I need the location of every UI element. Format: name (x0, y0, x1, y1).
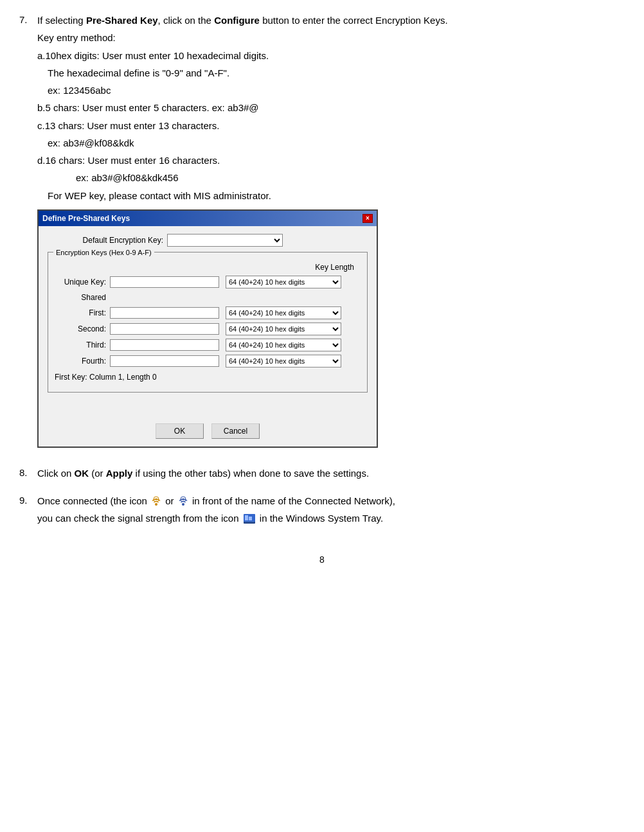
step-7: 7. If selecting Pre-Shared Key, click on… (19, 13, 623, 457)
page-number: 8 (19, 554, 625, 565)
fourth-key-row: Fourth: 64 (40+24) 10 hex digits (55, 355, 361, 367)
svg-rect-9 (249, 517, 252, 520)
unique-key-row: Unique Key: 64 (40+24) 10 hex digits (55, 276, 361, 288)
second-key-input[interactable] (110, 323, 219, 335)
second-key-length-select[interactable]: 64 (40+24) 10 hex digits (226, 323, 341, 335)
second-key-label: Second: (55, 323, 106, 335)
enc-keys-groupbox: Encryption Keys (Hex 0-9 A-F) Key Length… (48, 252, 368, 393)
default-enc-key-label: Default Encryption Key: (48, 235, 163, 246)
svg-point-3 (182, 503, 184, 506)
dialog-body: Default Encryption Key: Encryption Keys … (39, 226, 377, 447)
svg-rect-7 (244, 522, 255, 524)
wifi-yellow-icon (150, 496, 162, 508)
step-8: 8. Click on OK (or Apply if using the ot… (19, 466, 623, 483)
default-enc-key-row: Default Encryption Key: (48, 234, 368, 247)
first-key-row: First: 64 (40+24) 10 hex digits (55, 306, 361, 319)
default-enc-key-select[interactable] (167, 234, 283, 247)
step-7-intro: If selecting Pre-Shared Key, click on th… (37, 13, 623, 28)
step-7-hex-def: The hexadecimal define is "0-9" and "A-F… (48, 66, 623, 80)
step-8-content: Click on OK (or Apply if using the other… (37, 466, 623, 483)
step-8-number: 8. (19, 466, 37, 483)
shared-label: Shared (55, 292, 106, 303)
step-9: 9. Once connected (the icon or (19, 493, 623, 529)
first-key-length-select[interactable]: 64 (40+24) 10 hex digits (226, 306, 341, 319)
content-area: 7. If selecting Pre-Shared Key, click on… (19, 13, 623, 529)
step-7-a: a.10hex digits: User must enter 10 hexad… (37, 48, 623, 63)
step-7-wep: For WEP key, please contact with MIS adm… (48, 188, 623, 203)
step-7-d: d.16 chars: User must enter 16 character… (37, 153, 623, 168)
step-9-number: 9. (19, 493, 37, 529)
third-key-length-select[interactable]: 64 (40+24) 10 hex digits (226, 339, 341, 351)
third-key-input[interactable] (110, 339, 219, 351)
dialog-status-row: First Key: Column 1, Length 0 (55, 371, 361, 383)
dialog-button-row: OK Cancel (48, 423, 368, 439)
fourth-key-label: Fourth: (55, 355, 106, 367)
step-7-bold2: Configure (214, 15, 260, 26)
step-7-content: If selecting Pre-Shared Key, click on th… (37, 13, 623, 457)
dialog-spacer (48, 399, 368, 418)
unique-key-input[interactable] (110, 276, 219, 288)
unique-key-label: Unique Key: (55, 276, 106, 288)
dialog-titlebar: Define Pre-Shared Keys × (39, 211, 377, 226)
third-key-row: Third: 64 (40+24) 10 hex digits (55, 339, 361, 351)
key-length-header-label: Key Length (315, 261, 354, 273)
svg-point-1 (156, 499, 157, 500)
svg-point-4 (182, 499, 184, 500)
svg-rect-8 (245, 515, 248, 520)
first-key-label: First: (55, 307, 106, 319)
step-8-ok: OK (75, 468, 89, 479)
dialog-title: Define Pre-Shared Keys (42, 213, 130, 224)
dialog-box: Define Pre-Shared Keys × Default Encrypt… (37, 209, 378, 448)
dialog-close-button[interactable]: × (362, 214, 373, 223)
step-9-line2: you can check the signal strength from t… (37, 511, 623, 526)
dialog-ok-button[interactable]: OK (156, 423, 204, 439)
wifi-blue-icon (177, 496, 189, 508)
step-7-number: 7. (19, 13, 37, 457)
fourth-key-length-select[interactable]: 64 (40+24) 10 hex digits (226, 355, 341, 367)
dialog-wrapper: Define Pre-Shared Keys × Default Encrypt… (37, 209, 623, 448)
step-9-line1: Once connected (the icon or (37, 493, 623, 508)
first-key-input[interactable] (110, 307, 219, 319)
svg-point-0 (155, 503, 157, 506)
step-7-bold1: Pre-Shared Key (86, 15, 158, 26)
step-8-text: Click on OK (or Apply if using the other… (37, 466, 623, 481)
step-7-ex3: ex: ab3#@kf08&kdk456 (76, 170, 623, 185)
tray-icon (243, 513, 256, 525)
dialog-cancel-button[interactable]: Cancel (211, 423, 260, 439)
unique-key-length-select[interactable]: 64 (40+24) 10 hex digits (226, 276, 341, 288)
fourth-key-input[interactable] (110, 355, 219, 367)
key-length-header-row: Key Length (55, 261, 361, 273)
second-key-row: Second: 64 (40+24) 10 hex digits (55, 323, 361, 335)
step-7-c: c.13 chars: User must enter 13 character… (37, 118, 623, 133)
dialog-status-text: First Key: Column 1, Length 0 (55, 373, 157, 382)
third-key-label: Third: (55, 339, 106, 351)
enc-keys-groupbox-legend: Encryption Keys (Hex 0-9 A-F) (53, 247, 154, 258)
step-7-b: b.5 chars: User must enter 5 characters.… (37, 100, 623, 115)
shared-label-row: Shared (55, 292, 361, 303)
step-7-ex1: ex: 123456abc (48, 83, 623, 98)
step-7-keyentry: Key entry method: (37, 30, 623, 45)
step-9-content: Once connected (the icon or (37, 493, 623, 529)
step-8-apply: Apply (106, 468, 133, 479)
step-7-ex2: ex: ab3#@kf08&kdk (48, 136, 623, 150)
enc-keys-groupbox-inner: Key Length Unique Key: 64 (40+24) 10 hex… (55, 261, 361, 383)
